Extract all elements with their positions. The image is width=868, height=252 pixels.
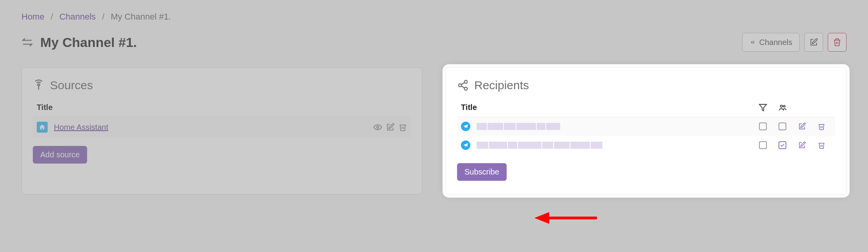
recipient-title-redacted [477,123,753,130]
svg-line-6 [461,86,465,88]
home-assistant-icon [37,122,48,133]
edit-source-button[interactable] [386,123,395,131]
edit-icon [809,38,818,47]
breadcrumb-separator: / [51,12,53,22]
sources-col-title: Title [37,103,407,112]
edit-icon [798,122,806,130]
svg-marker-7 [759,104,766,111]
svg-point-2 [464,81,468,84]
svg-point-1 [377,126,379,128]
share-icon [457,79,469,91]
delete-source-button[interactable] [398,123,407,131]
swap-icon [21,36,33,48]
filter-checkbox[interactable] [759,141,767,149]
trash-icon [398,123,407,131]
sources-heading: Sources [50,79,93,92]
check-icon [780,142,785,148]
sources-panel: Sources Title Home Assistant [21,67,422,194]
breadcrumb-channels[interactable]: Channels [59,12,96,22]
delete-channel-button[interactable] [828,33,847,52]
svg-point-0 [38,84,40,86]
recipient-row [457,117,835,136]
edit-recipient-button[interactable] [798,122,806,130]
broadcast-icon [33,79,45,91]
breadcrumb-current: My Channel #1. [111,12,171,22]
trash-icon [833,38,841,47]
back-channels-label: Channels [759,38,792,47]
svg-point-9 [783,105,785,107]
telegram-icon [461,140,470,150]
trash-icon [818,141,825,149]
page-title: My Channel #1. [40,35,137,50]
eye-icon [373,123,382,131]
source-row: Home Assistant [33,117,411,137]
view-source-button[interactable] [373,123,382,131]
edit-recipient-button[interactable] [798,141,806,149]
filter-checkbox[interactable] [759,122,767,130]
breadcrumb-separator: / [102,12,104,22]
breadcrumb: Home / Channels / My Channel #1. [21,12,847,22]
group-checkbox[interactable] [779,141,786,149]
breadcrumb-home[interactable]: Home [21,12,45,22]
back-channels-button[interactable]: Channels [742,33,800,52]
svg-point-8 [780,105,783,107]
add-source-button[interactable]: Add source [33,146,87,164]
svg-marker-11 [534,212,549,224]
subscribe-button[interactable]: Subscribe [457,163,507,181]
edit-icon [386,123,395,131]
svg-point-3 [459,84,462,87]
edit-channel-button[interactable] [804,33,823,52]
delete-recipient-button[interactable] [818,141,825,149]
trash-icon [818,122,825,130]
chevrons-left-icon [750,39,756,45]
filter-column-icon [753,103,773,112]
recipients-panel: Recipients Title [446,67,847,194]
group-column-icon [773,103,792,112]
edit-icon [798,141,806,149]
source-title-link[interactable]: Home Assistant [54,123,373,132]
recipient-row [457,136,835,155]
recipient-title-redacted [477,142,753,149]
recipients-heading: Recipients [474,79,529,92]
annotation-arrow [534,208,601,228]
svg-point-4 [464,87,468,90]
delete-recipient-button[interactable] [818,122,825,130]
telegram-icon [461,122,470,131]
group-checkbox[interactable] [779,122,786,130]
svg-line-5 [461,83,465,85]
recipients-col-title: Title [461,103,753,112]
